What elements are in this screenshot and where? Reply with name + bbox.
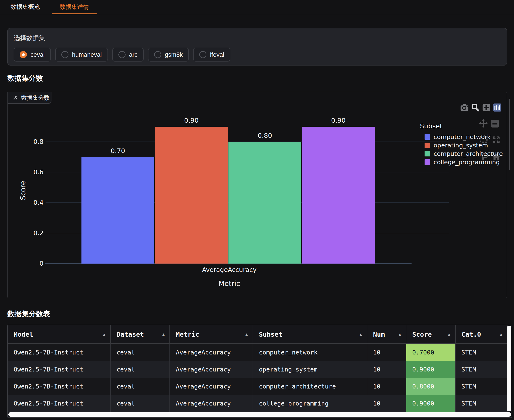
radio-label: gsm8k bbox=[165, 51, 183, 58]
sort-ascending-icon[interactable]: ▲ bbox=[399, 332, 401, 337]
radio-label: humaneval bbox=[72, 51, 102, 58]
cell-subset: computer_network bbox=[253, 344, 367, 361]
cell-model: Qwen2.5-7B-Instruct bbox=[8, 378, 111, 395]
legend-item-label: college_programming bbox=[434, 158, 500, 166]
dataset-radio-ifeval[interactable]: ifeval bbox=[193, 48, 230, 61]
sort-ascending-icon[interactable]: ▲ bbox=[500, 332, 502, 337]
sort-ascending-icon[interactable]: ▲ bbox=[245, 332, 248, 337]
table-row: Qwen2.5-7B-InstructcevalAverageAccuracyc… bbox=[8, 395, 507, 412]
cell-num: 10 bbox=[367, 378, 406, 395]
sort-ascending-icon[interactable]: ▲ bbox=[359, 332, 362, 337]
cell-subset: operating_system bbox=[253, 361, 367, 378]
column-header-cat-0[interactable]: Cat.0▲ bbox=[455, 325, 507, 344]
column-header-model[interactable]: Model▲ bbox=[8, 325, 111, 344]
cell-model: Qwen2.5-7B-Instruct bbox=[8, 395, 111, 412]
cell-dataset: ceval bbox=[111, 395, 170, 412]
legend-swatch bbox=[425, 142, 430, 148]
cell-metric: AverageAccuracy bbox=[170, 361, 253, 378]
radio-label: ceval bbox=[30, 51, 45, 58]
table-row: Qwen2.5-7B-InstructcevalAverageAccuracyo… bbox=[8, 361, 507, 378]
zoom-in-icon[interactable] bbox=[482, 103, 491, 112]
cell-cat-0: STEM bbox=[455, 378, 507, 395]
bar-computer_architecture[interactable] bbox=[228, 142, 301, 263]
dataset-radio-group: cevalhumanevalarcgsm8kifeval bbox=[14, 48, 501, 61]
download-plot-icon[interactable] bbox=[460, 103, 469, 112]
y-axis-tick-label: 0 bbox=[8, 260, 44, 267]
legend-item-label: computer_architecture bbox=[434, 150, 503, 157]
cell-score: 0.8000 bbox=[406, 378, 455, 395]
dataset-radio-arc[interactable]: arc bbox=[112, 48, 144, 61]
y-axis-tick-label: 0.6 bbox=[8, 168, 44, 176]
radio-unselected-icon bbox=[119, 51, 126, 58]
sort-ascending-icon[interactable]: ▲ bbox=[103, 332, 106, 337]
bar-value-label: 0.90 bbox=[155, 117, 228, 124]
column-header-subset[interactable]: Subset▲ bbox=[253, 325, 367, 344]
legend-items: computer_networkoperating_systemcomputer… bbox=[420, 133, 503, 166]
y-axis-title: Score bbox=[19, 181, 27, 200]
cell-num: 10 bbox=[367, 344, 406, 361]
tab-bar: 数据集概览 数据集详情 bbox=[0, 0, 514, 14]
cell-metric: AverageAccuracy bbox=[170, 344, 253, 361]
radio-selected-icon bbox=[20, 51, 27, 58]
cell-subset: college_programming bbox=[253, 395, 367, 412]
legend-swatch bbox=[425, 151, 430, 157]
table-section-title: 数据集分数表 bbox=[7, 309, 50, 319]
cell-dataset: ceval bbox=[111, 378, 170, 395]
scores-table: Model▲Dataset▲Metric▲Subset▲Num▲Score▲Ca… bbox=[7, 325, 512, 418]
table-header-row: Model▲Dataset▲Metric▲Subset▲Num▲Score▲Ca… bbox=[8, 325, 507, 344]
dataset-radio-gsm8k[interactable]: gsm8k bbox=[148, 48, 189, 61]
legend-item-label: computer_network bbox=[434, 133, 491, 141]
legend-item-label: operating_system bbox=[434, 142, 488, 149]
cell-subset: computer_architecture bbox=[253, 378, 367, 395]
table-vertical-scrollbar[interactable] bbox=[507, 326, 511, 411]
scatter-plot-icon bbox=[12, 95, 18, 101]
cell-model: Qwen2.5-7B-Instruct bbox=[8, 344, 111, 361]
bar-value-label: 0.80 bbox=[228, 132, 301, 139]
cell-num: 10 bbox=[367, 395, 406, 412]
cell-dataset: ceval bbox=[111, 361, 170, 378]
radio-unselected-icon bbox=[199, 51, 206, 58]
plotly-modebar bbox=[460, 103, 501, 112]
bar-value-label: 0.90 bbox=[302, 117, 375, 124]
zoom-icon[interactable] bbox=[471, 103, 480, 112]
bar-computer_network[interactable] bbox=[82, 157, 154, 264]
plot-label-text: 数据集分数 bbox=[21, 94, 50, 102]
tab-dataset-overview[interactable]: 数据集概览 bbox=[8, 0, 42, 14]
bar-college_programming[interactable] bbox=[302, 127, 375, 264]
y-axis-tick-label: 0.2 bbox=[8, 229, 44, 237]
legend-title: Subset bbox=[420, 122, 503, 130]
bar-operating_system[interactable] bbox=[155, 127, 228, 264]
plot-panel: 数据集分数 bbox=[7, 92, 507, 298]
cell-metric: AverageAccuracy bbox=[170, 378, 253, 395]
x-axis-tick-label: AverageAccuracy bbox=[156, 266, 303, 273]
cell-score: 0.9000 bbox=[406, 395, 455, 412]
page-scrollbar-thumb[interactable] bbox=[509, 99, 510, 170]
app-page: 数据集概览 数据集详情 选择数据集 cevalhumanevalarcgsm8k… bbox=[0, 0, 514, 420]
legend-swatch bbox=[425, 134, 430, 140]
tab-dataset-details[interactable]: 数据集详情 bbox=[52, 0, 97, 14]
bar-value-label: 0.70 bbox=[82, 147, 154, 155]
plotly-logo-icon[interactable] bbox=[493, 103, 501, 112]
dataset-selector-panel: 选择数据集 cevalhumanevalarcgsm8kifeval bbox=[7, 28, 507, 66]
x-axis-title: Metric bbox=[156, 279, 303, 288]
legend-item-computer_network[interactable]: computer_network bbox=[420, 133, 503, 141]
table-horizontal-scrollbar[interactable] bbox=[8, 412, 511, 417]
table-row: Qwen2.5-7B-InstructcevalAverageAccuracyc… bbox=[8, 344, 507, 361]
sort-ascending-icon[interactable]: ▲ bbox=[448, 332, 450, 337]
legend-item-college_programming[interactable]: college_programming bbox=[420, 158, 503, 166]
radio-unselected-icon bbox=[154, 51, 161, 58]
column-header-metric[interactable]: Metric▲ bbox=[170, 325, 253, 344]
sort-ascending-icon[interactable]: ▲ bbox=[162, 332, 165, 337]
dataset-radio-ceval[interactable]: ceval bbox=[14, 48, 51, 61]
cell-cat-0: STEM bbox=[455, 344, 507, 361]
column-header-score[interactable]: Score▲ bbox=[406, 325, 455, 344]
cell-score: 0.9000 bbox=[406, 361, 455, 378]
legend-item-operating_system[interactable]: operating_system bbox=[420, 141, 503, 150]
dataset-radio-humaneval[interactable]: humaneval bbox=[55, 48, 108, 61]
legend-item-computer_architecture[interactable]: computer_architecture bbox=[420, 150, 503, 158]
cell-cat-0: STEM bbox=[455, 395, 507, 412]
radio-label: arc bbox=[129, 51, 138, 58]
column-header-num[interactable]: Num▲ bbox=[367, 325, 406, 344]
column-header-dataset[interactable]: Dataset▲ bbox=[111, 325, 170, 344]
radio-label: ifeval bbox=[210, 51, 224, 58]
